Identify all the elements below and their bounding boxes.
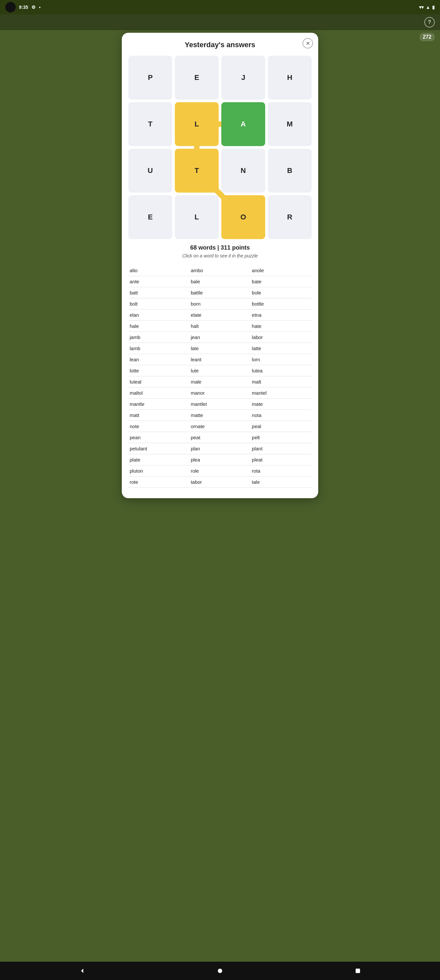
word-item[interactable]: labor: [251, 332, 312, 343]
recents-button[interactable]: [353, 966, 362, 975]
word-item[interactable]: peat: [189, 432, 251, 443]
word-item[interactable]: anole: [251, 265, 312, 276]
word-item[interactable]: pean: [128, 432, 189, 443]
svg-marker-3: [81, 969, 83, 973]
svg-rect-5: [356, 969, 360, 973]
word-item[interactable]: role: [189, 465, 251, 477]
grid-cell-e-1[interactable]: E: [175, 56, 219, 100]
word-item[interactable]: bale: [189, 276, 251, 287]
status-bar: 9:35 ⚙ ▪ ▾▾ ▲ ▮: [0, 0, 440, 14]
word-item[interactable]: lorn: [251, 354, 312, 365]
status-left: 9:35 ⚙ ▪: [5, 2, 41, 13]
grid-cell-u-8[interactable]: U: [128, 149, 172, 192]
grid-cell-l-5[interactable]: L: [175, 102, 219, 146]
grid-cell-n-10[interactable]: N: [221, 149, 265, 192]
settings-icon: ⚙: [32, 5, 36, 10]
grid-cell-a-6[interactable]: A: [221, 102, 265, 146]
grid-cell-o-14[interactable]: O: [221, 195, 265, 239]
word-item[interactable]: bottle: [251, 298, 312, 310]
word-item[interactable]: rota: [251, 465, 312, 477]
battery-icon: ▮: [432, 5, 435, 10]
word-item[interactable]: jamb: [128, 332, 189, 343]
word-item[interactable]: latte: [251, 343, 312, 354]
word-item[interactable]: malt: [251, 376, 312, 388]
grid-cell-h-3[interactable]: H: [268, 56, 312, 100]
word-item[interactable]: nota: [251, 410, 312, 421]
word-item[interactable]: matte: [189, 410, 251, 421]
back-button[interactable]: [78, 966, 87, 975]
word-item[interactable]: ornate: [189, 421, 251, 432]
word-item[interactable]: late: [189, 343, 251, 354]
words-grid: altoamboanoleantebalebatebattbattleboleb…: [128, 265, 312, 488]
word-item[interactable]: halt: [189, 321, 251, 332]
word-item[interactable]: petulant: [128, 443, 189, 454]
nav-bar: ?: [0, 14, 440, 30]
word-item[interactable]: male: [189, 376, 251, 388]
word-item[interactable]: ante: [128, 276, 189, 287]
word-item[interactable]: etna: [251, 310, 312, 321]
word-item[interactable]: pluton: [128, 465, 189, 477]
word-item[interactable]: maltol: [128, 388, 189, 399]
word-item[interactable]: plea: [189, 454, 251, 465]
word-item[interactable]: ambo: [189, 265, 251, 276]
word-item[interactable]: lean: [128, 354, 189, 365]
stats-line: 68 words | 311 points: [128, 244, 312, 251]
grid-cell-b-11[interactable]: B: [268, 149, 312, 192]
status-circle: [5, 2, 16, 13]
grid-cell-j-2[interactable]: J: [221, 56, 265, 100]
notif-icon: ▪: [39, 5, 41, 10]
grid-cell-l-13[interactable]: L: [175, 195, 219, 239]
word-item[interactable]: hale: [128, 321, 189, 332]
word-item[interactable]: elan: [128, 310, 189, 321]
modal: ✕ Yesterday's answers PEJHTLAMUTNBELOR 6…: [122, 33, 318, 498]
grid-cell-p-0[interactable]: P: [128, 56, 172, 100]
word-item[interactable]: matt: [128, 410, 189, 421]
hint-line: Click on a word to see it in the puzzle: [128, 253, 312, 258]
help-button[interactable]: ?: [424, 17, 435, 27]
word-item[interactable]: lamb: [128, 343, 189, 354]
svg-point-4: [218, 969, 222, 973]
grid-cell-t-4[interactable]: T: [128, 102, 172, 146]
home-button[interactable]: [215, 966, 225, 975]
word-item[interactable]: plant: [251, 443, 312, 454]
word-item[interactable]: jean: [189, 332, 251, 343]
word-item[interactable]: manor: [189, 388, 251, 399]
overlay: ✕ Yesterday's answers PEJHTLAMUTNBELOR 6…: [0, 30, 440, 962]
word-item[interactable]: plate: [128, 454, 189, 465]
time: 9:35: [19, 5, 28, 10]
word-item[interactable]: mantlet: [189, 399, 251, 410]
word-item[interactable]: mate: [251, 399, 312, 410]
word-item[interactable]: leant: [189, 354, 251, 365]
word-item[interactable]: bate: [251, 276, 312, 287]
word-item[interactable]: tale: [251, 477, 312, 488]
word-item[interactable]: batt: [128, 287, 189, 298]
word-item[interactable]: pleat: [251, 454, 312, 465]
word-item[interactable]: lute: [189, 365, 251, 376]
word-item[interactable]: mantel: [251, 388, 312, 399]
word-item[interactable]: bole: [251, 287, 312, 298]
word-item[interactable]: elate: [189, 310, 251, 321]
close-button[interactable]: ✕: [302, 38, 313, 48]
grid-cell-r-15[interactable]: R: [268, 195, 312, 239]
letter-grid: PEJHTLAMUTNBELOR: [128, 56, 312, 239]
word-item[interactable]: pelt: [251, 432, 312, 443]
grid-cell-t-9[interactable]: T: [175, 149, 219, 192]
word-item[interactable]: mantle: [128, 399, 189, 410]
word-item[interactable]: note: [128, 421, 189, 432]
word-item[interactable]: born: [189, 298, 251, 310]
word-item[interactable]: hate: [251, 321, 312, 332]
word-item[interactable]: battle: [189, 287, 251, 298]
word-item[interactable]: tabor: [189, 477, 251, 488]
word-item[interactable]: rote: [128, 477, 189, 488]
word-item[interactable]: bolt: [128, 298, 189, 310]
word-item[interactable]: peal: [251, 421, 312, 432]
word-item[interactable]: plan: [189, 443, 251, 454]
grid-cell-e-12[interactable]: E: [128, 195, 172, 239]
word-item[interactable]: luteal: [128, 376, 189, 388]
word-item[interactable]: lotte: [128, 365, 189, 376]
bottom-nav: [0, 962, 440, 980]
grid-cell-m-7[interactable]: M: [268, 102, 312, 146]
word-item[interactable]: alto: [128, 265, 189, 276]
word-item[interactable]: lutea: [251, 365, 312, 376]
close-icon: ✕: [306, 40, 310, 46]
